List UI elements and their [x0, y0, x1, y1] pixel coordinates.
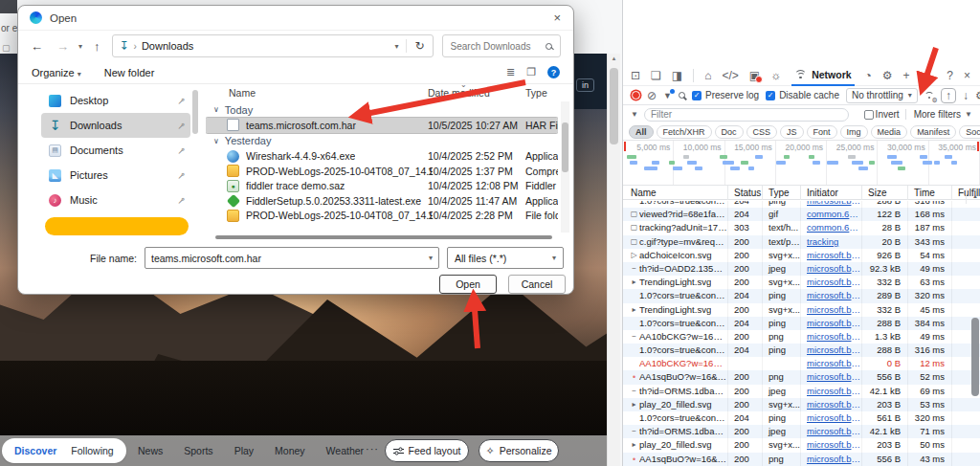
feed-tab-sports[interactable]: Sports [184, 445, 212, 456]
file-row[interactable]: FiddlerSetup.5.0.20253.3311-latest.exe10… [206, 193, 558, 209]
request-initiator-link[interactable]: microsoft.bfd53 [800, 201, 861, 208]
network-request-row[interactable]: ▢c.gif?type=mv&reqver=1...200text/pl...t… [623, 235, 980, 249]
network-overview-timeline[interactable]: 5,000 ms10,000 ms15,000 ms20,000 ms25,00… [623, 141, 980, 186]
close-devtools-icon[interactable]: × [964, 69, 970, 82]
network-request-row[interactable]: 1.0?cors=true&content-ty...204pingmicros… [623, 201, 980, 208]
file-list-scrollbar[interactable] [561, 101, 569, 233]
request-initiator-link[interactable]: tracking [800, 235, 861, 249]
scrollbar-thumb[interactable] [610, 68, 618, 144]
chevron-down-icon[interactable]: ▾ [429, 254, 433, 262]
feed-tab-play[interactable]: Play [234, 445, 254, 456]
col-status[interactable]: Status [727, 186, 762, 200]
dock-side-icon[interactable]: ◨ [672, 69, 682, 82]
sidebar-item-music[interactable]: ♪Music⊸ [41, 188, 190, 212]
network-request-row[interactable]: ▸play_20_filled.svg200svg+x...microsoft.… [623, 398, 980, 411]
network-request-row[interactable]: ▸TrendingLight.svg200svg+x...microsoft.b… [623, 303, 980, 317]
address-bar[interactable]: ↧ › Downloads ▾ ↻ [112, 34, 434, 57]
request-initiator-link[interactable]: microsoft.bfd53 [800, 370, 861, 384]
network-request-row[interactable]: ▢viewed?rid=68e1fae9f1e8...204gifcommon.… [623, 208, 980, 221]
preview-pane-icon[interactable]: ❐ [526, 66, 536, 78]
col-name[interactable]: Name [229, 87, 256, 99]
network-request-row[interactable]: 1.0?cors=true&content-ty...204pingmicros… [623, 344, 980, 357]
network-request-row[interactable]: ▢tracking?adUnit=1732768...303text/h...c… [623, 221, 980, 234]
col-name[interactable]: Name [623, 186, 727, 200]
more-filters-dropdown[interactable]: More filters ▼ [905, 109, 972, 120]
network-request-row[interactable]: ▸TrendingLight.svg200svg+x...microsoft.b… [623, 276, 980, 289]
cancel-button[interactable]: Cancel [508, 275, 566, 294]
signin-fragment[interactable]: in [576, 78, 594, 92]
forward-icon[interactable]: → [56, 39, 69, 54]
request-initiator-link[interactable]: microsoft.bfd53 [800, 289, 861, 302]
network-request-row[interactable]: 1.0?cors=true&content-ty...204pingmicros… [623, 317, 980, 330]
view-list-icon[interactable]: ≣ [506, 66, 515, 78]
request-initiator-link[interactable]: common.6b07e [800, 208, 861, 221]
device-toolbar-icon[interactable]: ❏ [651, 69, 661, 82]
import-har-button[interactable]: ↑ [941, 88, 956, 103]
inspect-icon[interactable]: ⊡ [631, 69, 640, 82]
col-type[interactable]: Type [762, 186, 800, 200]
recent-locations-icon[interactable]: ▾ [78, 42, 82, 51]
chevron-down-icon[interactable]: ▾ [394, 42, 398, 51]
network-settings-icon[interactable]: ⚙ [975, 89, 980, 102]
breadcrumb[interactable]: Downloads [142, 40, 193, 52]
network-request-row[interactable]: −th?id=ORMS.1dba179358...200jpegmicrosof… [623, 425, 980, 438]
request-initiator-link[interactable]: microsoft.bfd53 [800, 438, 861, 452]
feed-tab-weather[interactable]: Weather [326, 445, 365, 456]
close-icon[interactable]: × [553, 11, 561, 25]
file-row[interactable]: PROD-WebLogs-2025-10-04T08_07_14.999Z.zi… [206, 164, 558, 179]
help-icon[interactable]: ? [547, 66, 560, 78]
request-initiator-link[interactable]: microsoft.bfd53 [800, 276, 861, 289]
debugger-tab-icon[interactable]: ☼ [770, 69, 781, 82]
feed-more-button[interactable]: ··· [366, 443, 379, 455]
network-conditions-icon[interactable] [924, 90, 934, 100]
network-request-row[interactable]: −AA10bCKG?w=16&h=16&...200pngmicrosoft.b… [623, 330, 980, 344]
sidebar-item-pictures[interactable]: ◣Pictures⊸ [41, 163, 190, 188]
back-icon[interactable]: ← [31, 39, 43, 54]
request-initiator-link[interactable]: microsoft.bfd53 [800, 249, 861, 262]
scrollbar-up-icon[interactable]: ▴ [608, 55, 620, 62]
request-initiator-link[interactable]: microsoft.bfd53 [800, 330, 861, 344]
scrollbar-thumb[interactable] [562, 122, 568, 172]
request-initiator-link[interactable]: microsoft.bfd53 [800, 262, 861, 276]
request-initiator-link[interactable]: microsoft.bfd53 [800, 398, 861, 411]
file-row[interactable]: PROD-WebLogs-2025-10-04T08_07_14.999Z10/… [206, 209, 558, 224]
search-input[interactable]: Search Downloads [442, 34, 561, 57]
request-initiator-link[interactable]: microsoft.bfd53 [800, 453, 861, 466]
search-icon[interactable] [679, 92, 685, 99]
file-row[interactable]: teams.microsoft.com.har10/5/2025 10:27 A… [206, 118, 558, 133]
network-request-row[interactable]: •AA1sqBuO?w=16&h=16&...200pngmicrosoft.b… [623, 370, 980, 384]
network-request-row[interactable]: −th?id=ORMS.1dba179358...200jpegmicrosof… [623, 385, 980, 398]
feed-tab-money[interactable]: Money [275, 445, 305, 456]
performance-tab-icon[interactable]: ◔ [865, 69, 872, 82]
network-request-row[interactable]: 1.0?cors=true&content-ty...204pingmicros… [623, 411, 980, 425]
organize-menu[interactable]: Organize ▾ [32, 67, 81, 78]
devtools-scrollbar-thumb[interactable] [971, 318, 979, 396]
invert-checkbox[interactable] [864, 110, 874, 120]
filter-pill-css[interactable]: CSS [746, 125, 778, 139]
filter-pill-media[interactable]: Media [871, 125, 908, 139]
help-icon[interactable]: ? [947, 69, 953, 82]
file-group-header[interactable]: ∨Today [206, 101, 558, 118]
filter-pill-manifest[interactable]: Manifest [910, 125, 956, 139]
network-request-row[interactable]: −th?id=OADD2.135679745...200jpegmicrosof… [623, 262, 980, 276]
filter-pill-js[interactable]: JS [780, 125, 804, 139]
file-row[interactable]: Wireshark-4.4.9-x64.exe10/4/2025 2:52 PM… [206, 149, 558, 165]
request-initiator-link[interactable]: microsoft.bfd53 [800, 411, 861, 425]
open-button[interactable]: Open [439, 275, 497, 294]
network-request-row[interactable]: ▸play_20_filled.svg200svg+x...microsoft.… [623, 438, 980, 452]
request-initiator-link[interactable]: microsoft.bfd53 [800, 317, 861, 330]
record-icon[interactable] [632, 91, 640, 100]
console-tab-icon[interactable]: ▣ [749, 69, 760, 82]
filter-input[interactable]: Filter [644, 108, 849, 122]
request-initiator-link[interactable]: microsoft.bfd53 [800, 357, 861, 370]
tab-discover[interactable]: Discover [14, 445, 56, 456]
request-initiator-link[interactable]: common.6b07e [800, 221, 861, 234]
file-type-dropdown[interactable]: All files (*.*) ▾ [447, 247, 564, 269]
personalize-button[interactable]: ✧ Personalize [479, 439, 559, 462]
col-date-modified[interactable]: Date modified [428, 87, 490, 99]
network-request-row[interactable]: ▷adChoiceIcon.svg200svg+x...microsoft.bf… [623, 249, 980, 262]
sidebar-scrollbar-thumb[interactable] [192, 90, 198, 134]
tab-network[interactable]: Network [791, 65, 854, 86]
application-tab-icon[interactable]: ⚙ [882, 69, 893, 82]
request-initiator-link[interactable]: microsoft.bfd53 [800, 344, 861, 357]
